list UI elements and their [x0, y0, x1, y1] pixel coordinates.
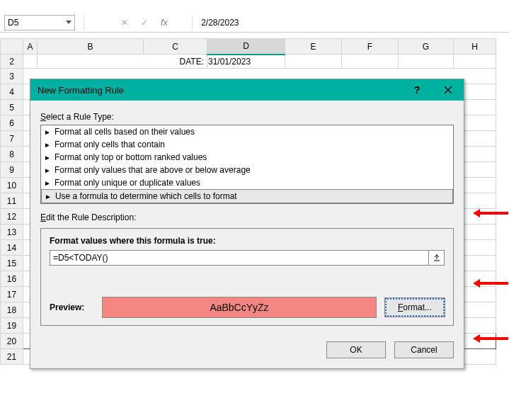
annotation-arrow	[473, 209, 508, 217]
new-formatting-rule-dialog: New Formatting Rule ? Select a Rule Type…	[30, 79, 464, 369]
col-header[interactable]: D	[207, 39, 285, 55]
col-header[interactable]: A	[23, 39, 38, 55]
date-banner-label: DATE:	[38, 55, 207, 69]
formula-controls: ✕ ✓ fx	[121, 17, 168, 28]
rule-type-item[interactable]: ►Format only unique or duplicate values	[41, 176, 453, 189]
rule-type-item[interactable]: ►Format all cells based on their values	[41, 125, 453, 138]
preview-label: Preview:	[50, 302, 93, 312]
dialog-titlebar[interactable]: New Formatting Rule ?	[30, 79, 464, 101]
rule-type-item[interactable]: ►Format only cells that contain	[41, 138, 453, 151]
dropdown-icon[interactable]	[66, 21, 72, 24]
preview-box: AaBbCcYyZz	[102, 297, 377, 318]
fx-icon[interactable]: fx	[161, 17, 168, 28]
formula-bar-input[interactable]: 2/28/2023	[192, 15, 509, 30]
row-header[interactable]: 2	[1, 55, 23, 69]
formula-label: Format values where this formula is true…	[50, 236, 445, 246]
rule-type-item[interactable]: ►Format only values that are above or be…	[41, 164, 453, 176]
enter-icon[interactable]: ✓	[141, 18, 148, 28]
ok-button[interactable]: OK	[326, 341, 386, 358]
col-header[interactable]: B	[38, 39, 144, 55]
col-header[interactable]: G	[399, 39, 454, 55]
close-icon	[444, 86, 452, 94]
name-box[interactable]: D5	[4, 15, 75, 30]
col-header[interactable]: H	[454, 39, 496, 55]
col-header[interactable]: E	[285, 39, 342, 55]
edit-rule-description-label: Edit the Rule Description:	[40, 212, 136, 222]
rule-type-item[interactable]: ►Format only top or bottom ranked values	[41, 151, 453, 164]
formula-input[interactable]: =D5<TODAY()	[50, 250, 429, 266]
rule-type-item-selected[interactable]: ►Use a formula to determine which cells …	[41, 189, 453, 203]
collapse-icon	[433, 254, 440, 261]
col-header[interactable]: F	[342, 39, 399, 55]
dialog-title: New Formatting Rule	[38, 85, 124, 96]
col-header[interactable]: C	[144, 39, 207, 55]
edit-rule-panel: Format values where this formula is true…	[40, 228, 454, 326]
name-box-value: D5	[8, 18, 18, 28]
date-banner-value: 31/01/2023	[207, 55, 285, 69]
select-rule-type-label: Select a Rule Type:	[40, 112, 114, 122]
select-all-corner[interactable]	[1, 39, 23, 55]
help-button[interactable]: ?	[401, 79, 433, 101]
annotation-arrow	[473, 279, 508, 288]
close-button[interactable]	[433, 79, 464, 101]
cancel-button[interactable]: Cancel	[394, 341, 454, 358]
collapse-dialog-button[interactable]	[429, 250, 445, 266]
rule-type-list[interactable]: ►Format all cells based on their values …	[40, 125, 454, 204]
formula-bar: D5 ✕ ✓ fx 2/28/2023	[0, 13, 509, 33]
format-button[interactable]: Format...	[385, 298, 445, 317]
annotation-arrow	[473, 334, 508, 343]
cancel-icon[interactable]: ✕	[121, 18, 128, 28]
